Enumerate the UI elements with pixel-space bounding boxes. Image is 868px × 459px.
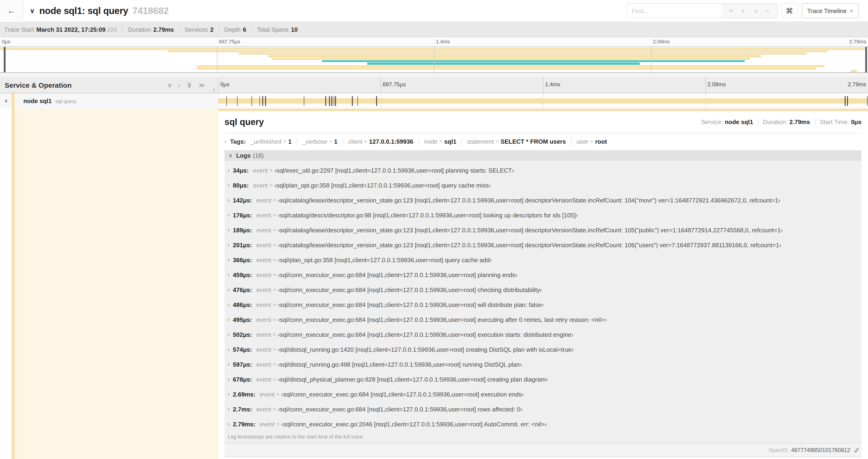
log-marker-tick[interactable] xyxy=(265,96,266,106)
view-selector-button[interactable]: Trace Timeline ∨ xyxy=(802,3,859,18)
tag-separator xyxy=(462,138,462,145)
log-row-toggle-icon[interactable]: › xyxy=(228,167,229,173)
logs-header[interactable]: ∨ Logs (18) xyxy=(224,150,862,161)
log-row-toggle-icon[interactable]: › xyxy=(228,421,229,427)
service-value: node sql1 xyxy=(725,119,753,126)
trace-title-chevron-icon[interactable]: ∨ xyxy=(30,7,35,14)
log-row-toggle-icon[interactable]: › xyxy=(228,212,229,218)
log-marker-tick[interactable] xyxy=(304,96,304,106)
log-row[interactable]: ›502μs:event=‹sql/conn_executor_exec.go:… xyxy=(224,327,862,342)
log-row-toggle-icon[interactable]: › xyxy=(228,406,229,412)
log-marker-tick[interactable] xyxy=(226,96,227,106)
chevron-up-icon[interactable]: ∧ xyxy=(741,7,745,14)
chevron-down-icon[interactable]: ∨ xyxy=(753,7,758,14)
minimap-canvas[interactable] xyxy=(0,47,868,73)
log-row-toggle-icon[interactable]: › xyxy=(228,391,229,397)
log-row-toggle-icon[interactable]: › xyxy=(228,301,229,308)
expand-all-icon[interactable]: ≫ xyxy=(198,81,205,88)
log-row[interactable]: ›189μs:event=‹sql/catalog/lease/descript… xyxy=(224,223,862,237)
span-id-footer: SpanID: 4877749850101760812 xyxy=(224,443,862,457)
log-row-toggle-icon[interactable]: › xyxy=(228,286,229,293)
log-row-toggle-icon[interactable]: › xyxy=(228,346,229,353)
collapse-one-icon[interactable]: ∨ xyxy=(167,81,172,88)
log-row-toggle-icon[interactable]: › xyxy=(228,316,229,323)
summary-item: Duration2.79ms xyxy=(128,26,174,33)
log-marker-tick[interactable] xyxy=(325,96,326,106)
log-marker-tick[interactable] xyxy=(237,96,238,106)
summary-label: Total Spans xyxy=(257,26,289,33)
log-row-toggle-icon[interactable]: › xyxy=(228,257,229,263)
log-row[interactable]: ›2.79ms:event=‹sql/conn_executor_exec.go… xyxy=(224,417,862,431)
span-collapse-icon[interactable]: ∨ xyxy=(4,98,8,104)
minimap-gridline xyxy=(434,47,434,72)
column-resizer-grip[interactable]: ∥ xyxy=(213,87,215,92)
summary-value: March 31 2022, 17:25:09 xyxy=(36,26,105,33)
log-row[interactable]: ›495μs:event=‹sql/conn_executor_exec.go:… xyxy=(224,312,862,327)
log-field-key: event xyxy=(253,182,268,189)
log-row-toggle-icon[interactable]: › xyxy=(228,376,229,383)
collapse-all-icon[interactable]: ≫ xyxy=(186,81,193,88)
log-marker-tick[interactable] xyxy=(376,96,377,106)
minimap-left-handle[interactable] xyxy=(4,47,6,72)
log-field-value: ‹sql/distsql_physical_planner.go:828 [ns… xyxy=(278,376,548,383)
tag-value: sql1 xyxy=(444,138,456,145)
tags-row[interactable]: › Tags: _unfinished=1_verbose=1client=12… xyxy=(224,133,862,149)
log-marker-tick[interactable] xyxy=(251,96,252,106)
log-row[interactable]: ›142μs:event=‹sql/catalog/lease/descript… xyxy=(224,193,862,207)
minimap-right-handle[interactable] xyxy=(865,47,867,72)
detail-span-bar-strip xyxy=(218,109,868,111)
log-marker-tick[interactable] xyxy=(329,96,330,106)
log-row-toggle-icon[interactable]: › xyxy=(228,242,229,248)
log-row[interactable]: ›80μs:event=‹sql/plan_opt.go:358 [nsql1,… xyxy=(224,178,862,193)
log-marker-tick[interactable] xyxy=(334,96,334,106)
span-name-cell[interactable]: ∨ node sql1 sql query xyxy=(0,93,218,109)
log-row[interactable]: ›476μs:event=‹sql/conn_executor_exec.go:… xyxy=(224,282,862,297)
log-field-value: ‹sql/conn_executor_exec.go:684 [nsql1,cl… xyxy=(278,271,517,278)
log-row-toggle-icon[interactable]: › xyxy=(228,197,229,203)
log-marker-tick[interactable] xyxy=(847,96,848,106)
locate-icon[interactable]: ⌖ xyxy=(729,6,733,15)
log-row-toggle-icon[interactable]: › xyxy=(228,331,229,338)
span-bar-view[interactable] xyxy=(218,93,868,109)
log-marker-tick[interactable] xyxy=(867,96,868,106)
tag-key: _unfinished xyxy=(250,138,281,145)
log-marker-tick[interactable] xyxy=(335,96,336,106)
log-row[interactable]: ›459μs:event=‹sql/conn_executor_exec.go:… xyxy=(224,267,862,282)
top-bar: ← ∨ node sql1: sql query 7418682 ⌖∧∨× ⌘ … xyxy=(0,0,868,22)
log-row[interactable]: ›486μs:event=‹sql/conn_executor_exec.go:… xyxy=(224,297,862,312)
log-row[interactable]: ›678μs:event=‹sql/distsql_physical_plann… xyxy=(224,372,862,387)
time-tick-label: 2.79ms xyxy=(849,39,868,44)
log-row[interactable]: ›34μs:event=‹sql/exec_util.go:2297 [nsql… xyxy=(224,163,862,178)
equals-sign: = xyxy=(496,138,499,144)
log-row[interactable]: ›201μs:event=‹sql/catalog/lease/descript… xyxy=(224,237,862,252)
link-icon[interactable] xyxy=(854,447,860,453)
logs-count: (18) xyxy=(253,152,264,159)
log-row-toggle-icon[interactable]: › xyxy=(228,361,229,368)
log-row-toggle-icon[interactable]: › xyxy=(228,271,229,278)
equals-sign: = xyxy=(273,242,276,248)
tag-separator xyxy=(571,138,571,145)
log-row-toggle-icon[interactable]: › xyxy=(228,182,229,189)
log-field-key: event xyxy=(256,301,271,308)
tag-item: node=sql1 xyxy=(424,138,456,145)
log-marker-tick[interactable] xyxy=(262,96,263,106)
log-row[interactable]: ›176μs:event=‹sql/catalog/descs/descript… xyxy=(224,207,862,223)
log-marker-tick[interactable] xyxy=(332,96,332,106)
logs-toggle-icon[interactable]: ∨ xyxy=(229,153,232,159)
log-row[interactable]: ›574μs:event=‹sql/distsql_running.go:142… xyxy=(224,342,862,357)
back-button[interactable]: ← xyxy=(0,0,23,22)
close-icon[interactable]: × xyxy=(766,7,770,14)
log-row[interactable]: ›366μs:event=‹sql/plan_opt.go:358 [nsql1… xyxy=(224,252,862,267)
expand-one-icon[interactable]: › xyxy=(178,81,180,88)
log-row[interactable]: ›597μs:event=‹sql/distsql_running.go:498… xyxy=(224,357,862,372)
log-marker-tick[interactable] xyxy=(259,96,260,106)
log-row-toggle-icon[interactable]: › xyxy=(228,227,229,233)
log-marker-tick[interactable] xyxy=(358,96,358,106)
log-marker-tick[interactable] xyxy=(845,96,845,106)
log-marker-tick[interactable] xyxy=(352,96,353,106)
tags-toggle-icon[interactable]: › xyxy=(224,138,226,144)
log-row[interactable]: ›2.69ms:event=‹sql/conn_executor_exec.go… xyxy=(224,387,862,402)
keyboard-shortcuts-button[interactable]: ⌘ xyxy=(781,3,798,18)
find-input[interactable] xyxy=(627,4,721,18)
log-row[interactable]: ›2.7ms:event=‹sql/conn_executor_exec.go:… xyxy=(224,402,862,417)
